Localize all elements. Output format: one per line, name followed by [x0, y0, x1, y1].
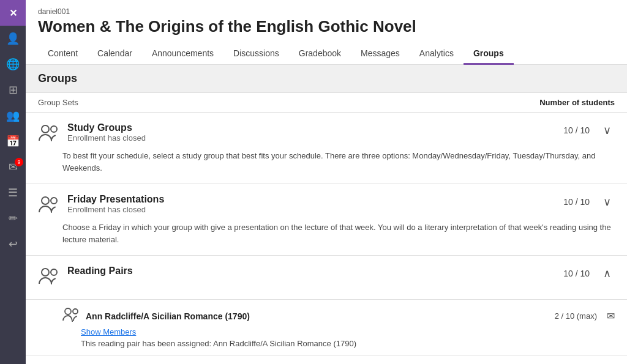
username-label: daniel001 — [38, 7, 615, 16]
sidebar-item-list[interactable]: ☰ — [0, 180, 26, 206]
person-icon: 👤 — [6, 32, 20, 45]
close-icon: ✕ — [9, 7, 17, 19]
grid-icon: ⊞ — [9, 83, 18, 97]
col-group-sets: Group Sets — [38, 98, 78, 107]
svg-point-2 — [42, 197, 49, 204]
study-groups-chevron[interactable]: ∨ — [599, 122, 615, 138]
back-icon: ↩ — [9, 237, 18, 251]
group-row-reading-pairs: Reading Pairs 10 / 10 ∧ — [26, 256, 627, 300]
svg-point-1 — [51, 126, 57, 132]
page-title: Groups — [26, 65, 627, 93]
course-title: Women & The Origins of the English Gothi… — [38, 17, 615, 36]
friday-presentations-chevron[interactable]: ∨ — [599, 194, 615, 210]
tab-discussions[interactable]: Discussions — [223, 43, 289, 65]
study-groups-status: Enrollment has closed — [67, 133, 492, 143]
sub-item-ann-radcliffe: Ann Radcliffe/A Sicilian Romance (1790) … — [26, 300, 627, 356]
sidebar-item-person[interactable]: 👤 — [0, 26, 26, 51]
sub-item-description: This reading pair has been assigned: Ann… — [81, 339, 615, 348]
close-button[interactable]: ✕ — [0, 0, 26, 26]
sub-item-icon — [62, 307, 80, 325]
people-icon: 👥 — [6, 109, 20, 122]
mail-badge: 9 — [15, 158, 23, 166]
list-icon: ☰ — [8, 186, 18, 199]
study-groups-count: 10 / 10 — [553, 125, 590, 135]
friday-presentations-icon — [38, 195, 60, 218]
table-header: Group Sets Number of students — [26, 93, 627, 113]
tab-content[interactable]: Content — [38, 43, 88, 65]
study-groups-name: Study Groups — [67, 122, 492, 133]
group-row-friday-presentations: Friday Presentations Enrollment has clos… — [26, 184, 627, 256]
header: daniel001 Women & The Origins of the Eng… — [26, 0, 627, 65]
sidebar-item-calendar[interactable]: 📅 — [0, 128, 26, 154]
svg-point-5 — [51, 269, 57, 275]
calendar-icon: 📅 — [6, 135, 20, 148]
sidebar-item-mail[interactable]: ✉ 9 — [0, 154, 26, 180]
svg-point-6 — [65, 308, 71, 314]
svg-point-7 — [73, 309, 78, 314]
tab-announcements[interactable]: Announcements — [142, 43, 223, 65]
sidebar: ✕ 👤 🌐 ⊞ 👥 📅 ✉ 9 ☰ ✏ ↩ — [0, 0, 26, 364]
sidebar-item-globe[interactable]: 🌐 — [0, 51, 26, 77]
col-num-students: Number of students — [505, 98, 615, 107]
reading-pairs-chevron[interactable]: ∧ — [599, 266, 615, 281]
tab-groups[interactable]: Groups — [464, 43, 514, 65]
friday-presentations-desc: Choose a Friday in which your group with… — [62, 221, 615, 245]
svg-point-4 — [42, 269, 49, 276]
tab-gradebook[interactable]: Gradebook — [289, 43, 351, 65]
study-groups-icon — [38, 124, 60, 146]
sub-item-count: 2 / 10 (max) — [555, 311, 597, 321]
sidebar-item-people[interactable]: 👥 — [0, 103, 26, 128]
globe-icon: 🌐 — [6, 58, 20, 71]
group-row-study-groups: Study Groups Enrollment has closed 10 / … — [26, 113, 627, 184]
svg-point-3 — [51, 198, 57, 204]
svg-point-0 — [42, 125, 49, 133]
page-body: Groups Group Sets Number of students — [26, 65, 627, 364]
sidebar-item-back[interactable]: ↩ — [0, 231, 26, 257]
reading-pairs-count: 10 / 10 — [553, 269, 590, 278]
sidebar-item-edit[interactable]: ✏ — [0, 206, 26, 231]
show-members-link[interactable]: Show Members — [81, 327, 615, 336]
reading-pairs-name: Reading Pairs — [67, 266, 492, 277]
sub-item-email-icon[interactable]: ✉ — [607, 310, 615, 322]
sidebar-item-grid[interactable]: ⊞ — [0, 77, 26, 103]
tab-calendar[interactable]: Calendar — [88, 43, 142, 65]
friday-presentations-status: Enrollment has closed — [67, 205, 492, 214]
tab-nav: Content Calendar Announcements Discussio… — [38, 43, 615, 64]
tab-analytics[interactable]: Analytics — [410, 43, 464, 65]
reading-pairs-icon — [38, 267, 60, 289]
friday-presentations-count: 10 / 10 — [553, 197, 590, 207]
main-content: daniel001 Women & The Origins of the Eng… — [26, 0, 627, 364]
sub-item-title: Ann Radcliffe/A Sicilian Romance (1790) — [86, 311, 250, 321]
study-groups-desc: To best fit your schedule, select a stud… — [62, 150, 615, 174]
edit-icon: ✏ — [9, 212, 18, 225]
friday-presentations-name: Friday Presentations — [67, 194, 492, 205]
tab-messages[interactable]: Messages — [351, 43, 410, 65]
